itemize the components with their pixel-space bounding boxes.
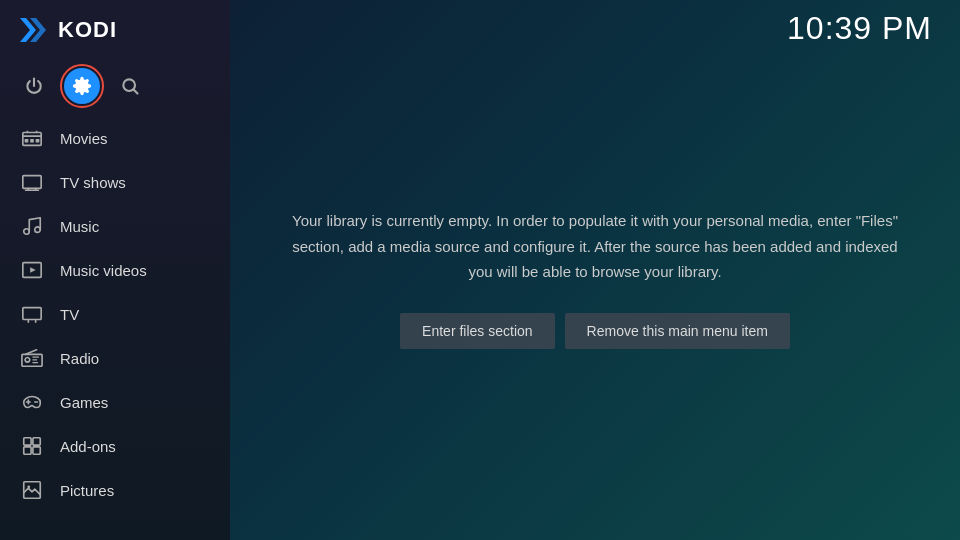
- sidebar-item-movies[interactable]: Movies: [0, 116, 230, 160]
- svg-rect-16: [33, 447, 40, 454]
- addons-label: Add-ons: [60, 438, 116, 455]
- clock-display: 10:39 PM: [787, 10, 932, 47]
- sidebar-item-tv[interactable]: TV: [0, 292, 230, 336]
- pictures-label: Pictures: [60, 482, 114, 499]
- svg-rect-11: [23, 308, 41, 320]
- sidebar-item-musicvideos[interactable]: Music videos: [0, 248, 230, 292]
- svg-rect-6: [36, 139, 40, 143]
- remove-menu-item-button[interactable]: Remove this main menu item: [565, 313, 790, 349]
- svg-rect-7: [23, 176, 41, 189]
- music-icon: [20, 214, 44, 238]
- search-button[interactable]: [112, 68, 148, 104]
- games-label: Games: [60, 394, 108, 411]
- library-empty-message: Your library is currently empty. In orde…: [290, 208, 900, 285]
- sidebar-item-music[interactable]: Music: [0, 204, 230, 248]
- top-bar: 10:39 PM: [230, 0, 960, 57]
- kodi-logo-icon: [16, 14, 48, 46]
- sidebar-item-pictures[interactable]: Pictures: [0, 468, 230, 512]
- svg-rect-14: [24, 438, 31, 445]
- addons-icon: [20, 434, 44, 458]
- tv-icon: [20, 302, 44, 326]
- svg-point-13: [25, 358, 30, 363]
- tvshows-label: TV shows: [60, 174, 126, 191]
- sidebar-controls: [0, 60, 230, 116]
- power-button[interactable]: [16, 68, 52, 104]
- sidebar-item-addons[interactable]: Add-ons: [0, 424, 230, 468]
- movies-label: Movies: [60, 130, 108, 147]
- tv-label: TV: [60, 306, 79, 323]
- svg-rect-4: [25, 139, 29, 143]
- app-header: KODI: [0, 0, 230, 60]
- svg-point-8: [24, 229, 30, 235]
- svg-rect-3: [23, 133, 41, 146]
- sidebar: KODI: [0, 0, 230, 540]
- sidebar-item-tvshows[interactable]: TV shows: [0, 160, 230, 204]
- sidebar-nav: Movies TV shows Music Music videos: [0, 116, 230, 540]
- musicvideos-icon: [20, 258, 44, 282]
- svg-rect-17: [24, 447, 31, 454]
- settings-button[interactable]: [64, 68, 100, 104]
- movies-icon: [20, 126, 44, 150]
- app-title: KODI: [58, 17, 117, 43]
- svg-rect-15: [33, 438, 40, 445]
- svg-rect-5: [30, 139, 34, 143]
- musicvideos-label: Music videos: [60, 262, 147, 279]
- action-buttons: Enter files section Remove this main men…: [400, 313, 790, 349]
- sidebar-item-games[interactable]: Games: [0, 380, 230, 424]
- sidebar-item-radio[interactable]: Radio: [0, 336, 230, 380]
- pictures-icon: [20, 478, 44, 502]
- radio-icon: [20, 346, 44, 370]
- music-label: Music: [60, 218, 99, 235]
- library-section: Your library is currently empty. In orde…: [230, 57, 960, 540]
- radio-label: Radio: [60, 350, 99, 367]
- games-icon: [20, 390, 44, 414]
- main-content: 10:39 PM Your library is currently empty…: [230, 0, 960, 540]
- enter-files-button[interactable]: Enter files section: [400, 313, 555, 349]
- tvshows-icon: [20, 170, 44, 194]
